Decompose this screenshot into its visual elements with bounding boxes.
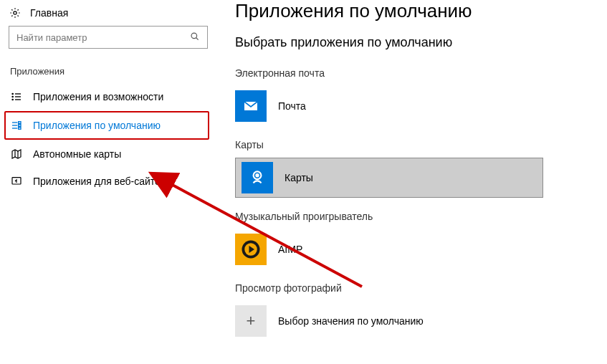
list-icon [10,91,23,102]
sidebar-item-label: Автономные карты [33,148,121,160]
website-icon [10,176,23,187]
search-input[interactable]: Найти параметр [9,26,208,49]
sidebar-item-label: Приложения для веб-сайтов [33,176,166,187]
sidebar-item-label: Приложения и возможности [33,91,163,102]
app-name: Почта [278,100,306,112]
nav-home-label: Главная [30,7,68,19]
search-placeholder: Найти параметр [16,32,87,43]
sidebar-item-offline-maps[interactable]: Автономные карты [6,141,209,167]
page-title: Приложения по умолчанию [235,0,593,22]
svg-rect-10 [19,122,21,124]
section-label-email: Электронная почта [235,67,593,79]
section-label-music: Музыкальный проигрыватель [235,211,593,222]
svg-line-2 [196,37,199,39]
nav-home[interactable]: Главная [6,3,209,26]
aimp-icon [235,234,267,265]
sidebar: Главная Найти параметр Приложения Прилож… [0,0,215,364]
default-app-photos[interactable]: + Выбор значения по умолчанию [235,301,593,341]
maps-app-icon [242,162,273,193]
section-label-photos: Просмотр фотографий [235,282,593,294]
svg-point-7 [12,99,13,100]
svg-point-3 [12,93,13,94]
svg-point-0 [14,11,16,14]
map-icon [10,148,23,160]
app-name: Карты [285,172,313,183]
sidebar-item-apps-features[interactable]: Приложения и возможности [6,84,209,110]
svg-marker-15 [12,150,21,158]
svg-rect-12 [19,125,21,127]
app-name: Выбор значения по умолчанию [278,315,424,327]
sidebar-item-apps-websites[interactable]: Приложения для веб-сайтов [6,168,209,194]
plus-icon: + [235,305,267,337]
svg-point-5 [12,96,13,97]
svg-point-21 [256,174,258,176]
app-name: AIMP [278,244,302,255]
search-icon [190,32,200,44]
sidebar-item-default-apps[interactable]: Приложения по умолчанию [4,111,209,140]
svg-rect-14 [19,128,21,130]
default-app-music[interactable]: AIMP [235,229,593,269]
section-label-maps: Карты [235,139,593,150]
default-app-email[interactable]: Почта [235,86,593,126]
sidebar-item-label: Приложения по умолчанию [33,120,161,131]
defaults-icon [10,120,23,131]
gear-icon [9,7,21,19]
mail-icon [235,90,267,122]
page-subtitle: Выбрать приложения по умолчанию [235,35,593,50]
sidebar-heading: Приложения [10,66,209,77]
main-content: Приложения по умолчанию Выбрать приложен… [215,0,607,364]
default-app-maps[interactable]: Карты [235,158,543,198]
svg-point-1 [191,33,197,39]
